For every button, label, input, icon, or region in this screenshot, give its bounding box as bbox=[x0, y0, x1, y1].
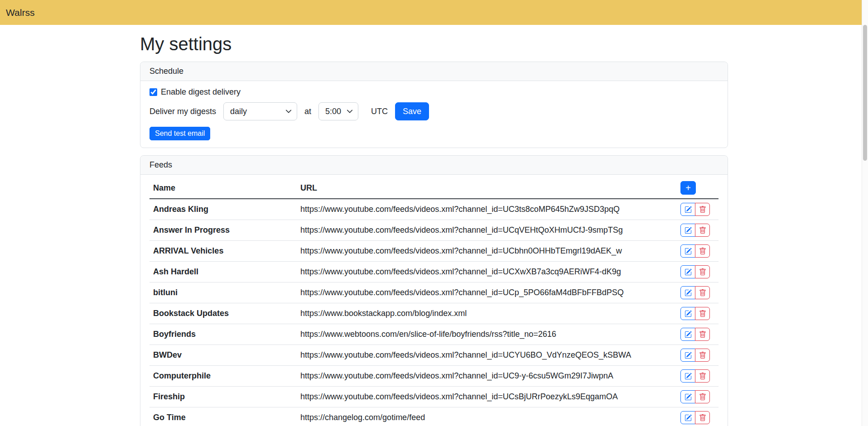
edit-feed-button[interactable] bbox=[680, 349, 695, 362]
pencil-square-icon bbox=[685, 248, 692, 255]
column-header-actions: + bbox=[677, 177, 719, 199]
main-container: My settings Schedule Enable digest deliv… bbox=[140, 25, 728, 426]
feed-name: Bookstack Updates bbox=[149, 303, 297, 324]
pencil-square-icon bbox=[685, 373, 692, 380]
edit-feed-button[interactable] bbox=[680, 203, 695, 216]
scrollbar[interactable] bbox=[862, 0, 868, 426]
edit-feed-button[interactable] bbox=[680, 244, 695, 258]
trash-icon bbox=[699, 373, 706, 380]
timezone-label: UTC bbox=[371, 107, 388, 116]
feed-url: https://www.youtube.com/feeds/videos.xml… bbox=[297, 282, 677, 303]
trash-icon bbox=[699, 268, 706, 276]
scrollbar-thumb[interactable] bbox=[863, 25, 867, 161]
delete-feed-button[interactable] bbox=[695, 224, 710, 237]
feed-name: BWDev bbox=[149, 345, 297, 366]
table-row: Computerphile https://www.youtube.com/fe… bbox=[149, 366, 719, 387]
enable-digest-checkbox[interactable] bbox=[149, 88, 157, 96]
feed-url: https://www.bookstackapp.com/blog/index.… bbox=[297, 303, 677, 324]
feeds-card-header: Feeds bbox=[140, 156, 728, 175]
edit-feed-button[interactable] bbox=[680, 411, 695, 424]
trash-icon bbox=[699, 248, 706, 255]
table-row: Bookstack Updates https://www.bookstacka… bbox=[149, 303, 719, 324]
app-brand[interactable]: Walrss bbox=[6, 7, 34, 18]
edit-feed-button[interactable] bbox=[680, 307, 695, 320]
table-row: Ash Hardell https://www.youtube.com/feed… bbox=[149, 262, 719, 282]
edit-feed-button[interactable] bbox=[680, 286, 695, 299]
pencil-square-icon bbox=[685, 206, 692, 213]
row-actions bbox=[680, 224, 710, 237]
page-title: My settings bbox=[140, 33, 728, 55]
row-actions bbox=[680, 328, 710, 341]
table-row: BWDev https://www.youtube.com/feeds/vide… bbox=[149, 345, 719, 366]
feed-url: https://www.youtube.com/feeds/videos.xml… bbox=[297, 387, 677, 407]
feed-name: Boyfriends bbox=[149, 324, 297, 345]
row-actions bbox=[680, 390, 710, 403]
at-label: at bbox=[304, 107, 311, 116]
feed-name: Computerphile bbox=[149, 366, 297, 387]
feed-url: https://www.youtube.com/feeds/videos.xml… bbox=[297, 262, 677, 282]
pencil-square-icon bbox=[685, 310, 692, 317]
delete-feed-button[interactable] bbox=[695, 349, 710, 362]
frequency-select[interactable]: daily bbox=[223, 102, 297, 120]
pencil-square-icon bbox=[685, 268, 692, 276]
edit-feed-button[interactable] bbox=[680, 390, 695, 403]
delete-feed-button[interactable] bbox=[695, 203, 710, 216]
delete-feed-button[interactable] bbox=[695, 390, 710, 403]
delete-feed-button[interactable] bbox=[695, 369, 710, 383]
trash-icon bbox=[699, 352, 706, 359]
trash-icon bbox=[699, 206, 706, 213]
trash-icon bbox=[699, 414, 706, 421]
feeds-table-head: Name URL + bbox=[149, 177, 719, 199]
pencil-square-icon bbox=[685, 331, 692, 338]
row-actions bbox=[680, 369, 710, 383]
enable-digest-label[interactable]: Enable digest delivery bbox=[161, 87, 241, 97]
column-header-name: Name bbox=[149, 177, 297, 199]
edit-feed-button[interactable] bbox=[680, 369, 695, 383]
delete-feed-button[interactable] bbox=[695, 244, 710, 258]
feed-url: https://www.youtube.com/feeds/videos.xml… bbox=[297, 220, 677, 241]
pencil-square-icon bbox=[685, 227, 692, 234]
row-actions bbox=[680, 203, 710, 216]
delete-feed-button[interactable] bbox=[695, 286, 710, 299]
row-actions bbox=[680, 307, 710, 320]
enable-digest-row: Enable digest delivery bbox=[149, 87, 719, 97]
delete-feed-button[interactable] bbox=[695, 411, 710, 424]
feeds-table: Name URL + Andreas Kling https://www.you… bbox=[149, 177, 719, 426]
feeds-card-body: Name URL + Andreas Kling https://www.you… bbox=[140, 175, 728, 426]
table-row: bitluni https://www.youtube.com/feeds/vi… bbox=[149, 282, 719, 303]
edit-feed-button[interactable] bbox=[680, 265, 695, 278]
feed-name: Ash Hardell bbox=[149, 262, 297, 282]
schedule-card: Schedule Enable digest delivery Deliver … bbox=[140, 62, 728, 148]
schedule-card-header: Schedule bbox=[140, 62, 728, 81]
feed-url: https://www.webtoons.com/en/slice-of-lif… bbox=[297, 324, 677, 345]
feed-name: Go Time bbox=[149, 407, 297, 426]
delete-feed-button[interactable] bbox=[695, 265, 710, 278]
edit-feed-button[interactable] bbox=[680, 224, 695, 237]
table-row: Answer In Progress https://www.youtube.c… bbox=[149, 220, 719, 241]
trash-icon bbox=[699, 331, 706, 338]
trash-icon bbox=[699, 227, 706, 234]
feed-name: Fireship bbox=[149, 387, 297, 407]
table-row: Boyfriends https://www.webtoons.com/en/s… bbox=[149, 324, 719, 345]
add-feed-button[interactable]: + bbox=[680, 181, 696, 195]
trash-icon bbox=[699, 289, 706, 297]
save-button[interactable]: Save bbox=[395, 102, 429, 120]
trash-icon bbox=[699, 310, 706, 317]
feed-url: https://www.youtube.com/feeds/videos.xml… bbox=[297, 241, 677, 262]
row-actions bbox=[680, 265, 710, 278]
feeds-table-body: Andreas Kling https://www.youtube.com/fe… bbox=[149, 199, 719, 426]
delete-feed-button[interactable] bbox=[695, 307, 710, 320]
pencil-square-icon bbox=[685, 352, 692, 359]
delete-feed-button[interactable] bbox=[695, 328, 710, 341]
feed-name: ARRIVAL Vehicles bbox=[149, 241, 297, 262]
row-actions bbox=[680, 286, 710, 299]
schedule-card-body: Enable digest delivery Deliver my digest… bbox=[140, 81, 728, 148]
feed-url: https://www.youtube.com/feeds/videos.xml… bbox=[297, 366, 677, 387]
pencil-square-icon bbox=[685, 289, 692, 297]
table-row: ARRIVAL Vehicles https://www.youtube.com… bbox=[149, 241, 719, 262]
send-test-email-button[interactable]: Send test email bbox=[149, 127, 210, 140]
time-select[interactable]: 5:00 bbox=[318, 102, 358, 120]
navbar: Walrss bbox=[0, 0, 862, 25]
delivery-controls-row: Deliver my digests daily at 5:00 bbox=[149, 102, 719, 120]
edit-feed-button[interactable] bbox=[680, 328, 695, 341]
